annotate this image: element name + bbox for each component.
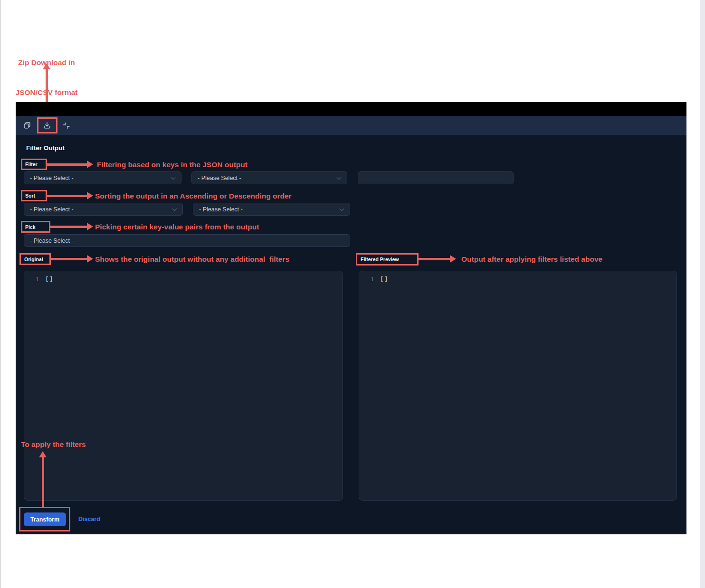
chevron-down-icon <box>172 207 177 211</box>
panel-toolbar <box>16 116 686 135</box>
page-scrollbar[interactable] <box>700 0 705 588</box>
original-line-number: 1 <box>36 276 39 283</box>
original-code: [] <box>45 276 54 283</box>
collapse-icon <box>62 122 70 130</box>
annotation-original-text: Shows the original output without any ad… <box>95 254 289 264</box>
annotation-arrow-transform <box>39 451 47 507</box>
annotation-pick-text: Picking certain key-value pairs from the… <box>95 222 259 232</box>
annotation-filtered-preview-text: Output after applying filters listed abo… <box>461 254 602 264</box>
pick-keys-select-value: - Please Select - <box>30 237 74 244</box>
annotation-sort-text: Sorting the output in an Ascending or De… <box>95 191 292 201</box>
page-title: Filter Output <box>26 144 65 152</box>
sort-label: Sort <box>25 193 35 199</box>
copy-button[interactable] <box>21 120 33 131</box>
filtered-preview-code: [] <box>380 276 389 283</box>
sort-order-select-value: - Please Select - <box>199 206 243 213</box>
filter-operator-select[interactable]: - Please Select - <box>191 171 347 184</box>
annotation-arrow-filtered-preview <box>419 255 456 263</box>
annotation-arrow-original <box>51 255 93 263</box>
sort-order-select[interactable]: - Please Select - <box>193 203 350 216</box>
filter-key-select-value: - Please Select - <box>30 175 74 181</box>
annotation-arrow-filter <box>47 161 93 168</box>
chevron-down-icon <box>337 175 342 180</box>
panel-top-strip <box>16 102 686 116</box>
window-left-edge <box>0 0 1 588</box>
filtered-preview-editor[interactable]: 1 [] <box>359 271 677 501</box>
filtered-preview-line-number: 1 <box>371 276 374 283</box>
filter-operator-select-value: - Please Select - <box>198 175 241 181</box>
sort-key-select-value: - Please Select - <box>30 206 74 213</box>
annotation-arrow-sort <box>47 192 93 199</box>
collapse-button[interactable] <box>60 120 72 131</box>
copy-icon <box>23 121 31 130</box>
discard-link[interactable]: Discard <box>78 516 100 522</box>
filter-output-panel: Filter Output Filter Filtering based on … <box>16 102 686 534</box>
filtered-preview-label: Filtered Preview <box>361 256 399 262</box>
chevron-down-icon <box>171 175 176 180</box>
transform-button[interactable]: Transform <box>24 512 66 526</box>
filter-key-select[interactable]: - Please Select - <box>24 171 181 184</box>
annotation-box-download <box>37 117 57 133</box>
original-editor[interactable]: 1 [] <box>24 271 343 501</box>
filter-value-input[interactable] <box>358 171 514 184</box>
annotation-arrow-pick <box>50 223 93 230</box>
chevron-down-icon <box>340 207 344 211</box>
screenshot-root: Zip Download in JSON/CSV format <box>0 0 705 588</box>
sort-key-select[interactable]: - Please Select - <box>24 203 183 216</box>
original-label: Original <box>24 256 43 262</box>
annotation-filter-text: Filtering based on keys in the JSON outp… <box>97 160 248 170</box>
filter-label: Filter <box>25 161 38 167</box>
annotation-transform-text: To apply the filters <box>21 439 86 449</box>
pick-keys-select[interactable]: - Please Select - <box>24 234 350 247</box>
pick-label: Pick <box>25 224 36 230</box>
